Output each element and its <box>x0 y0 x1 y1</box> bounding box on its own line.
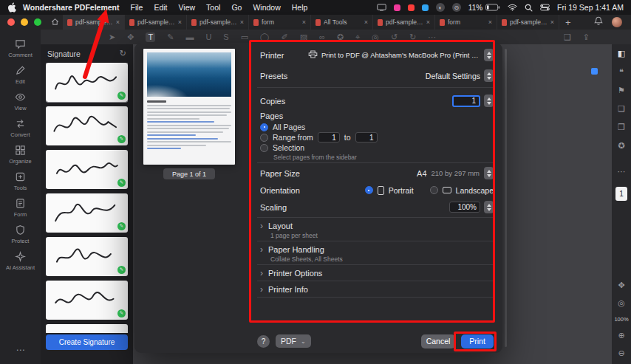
select-tool-icon[interactable]: ➤ <box>109 33 115 41</box>
all-pages-radio[interactable] <box>260 123 268 131</box>
share-icon[interactable]: ⇪ <box>583 32 590 42</box>
status-app-icon-red[interactable] <box>408 4 415 11</box>
sidebar-item-protect[interactable]: Protect <box>0 224 41 244</box>
selection-radio[interactable] <box>260 144 268 152</box>
underline-tool-icon[interactable]: U <box>205 33 211 41</box>
print-icon[interactable]: ❑ <box>564 32 571 42</box>
measure-tool-icon[interactable]: ⌖ <box>355 33 360 41</box>
menubar-item[interactable]: Go <box>231 3 242 12</box>
wifi-icon[interactable] <box>508 4 517 11</box>
home-icon[interactable] <box>51 16 59 29</box>
vertical-scrollbar[interactable] <box>505 49 507 347</box>
close-window-button[interactable] <box>7 18 15 26</box>
signature-item[interactable]: ✎ <box>46 324 128 333</box>
minimize-window-button[interactable] <box>21 18 28 26</box>
tab[interactable]: pdf-sample-... × <box>497 15 559 30</box>
pdf-menu-button[interactable]: PDF ⌄ <box>276 334 311 348</box>
scaling-stepper[interactable] <box>484 201 494 213</box>
more-options-icon[interactable]: ⋯ <box>618 167 626 176</box>
pencil-tool-icon[interactable]: ✐ <box>281 33 287 41</box>
zoom-out-icon[interactable]: ⊖ <box>618 348 624 358</box>
notifications-bell-icon[interactable] <box>594 16 603 29</box>
sidebar-item-organize[interactable]: Organize <box>0 145 41 165</box>
text-tool-icon[interactable]: T <box>146 32 155 42</box>
tab[interactable]: pdf-sample-ma... × <box>125 15 187 30</box>
thumbnail-panel-icon[interactable]: ❏ <box>618 104 625 114</box>
printer-options-section-toggle[interactable]: › Printer Options <box>260 269 322 278</box>
menubar-item[interactable]: File <box>131 3 143 12</box>
help-button[interactable]: ? <box>257 335 270 348</box>
more-tools-icon[interactable]: ⋯ <box>428 33 436 41</box>
paper-handling-section-toggle[interactable]: › Paper Handling <box>260 245 324 254</box>
paper-size-select[interactable]: A4 210 by 297 mm <box>417 167 494 179</box>
tab[interactable]: All Tools × <box>311 15 373 30</box>
copies-stepper[interactable] <box>484 95 494 107</box>
close-tab-icon[interactable]: × <box>550 18 554 26</box>
landscape-radio[interactable] <box>430 186 438 194</box>
status-circle-icon-2[interactable]: ⊙ <box>452 3 461 12</box>
search-tool-icon[interactable]: ◎ <box>372 33 379 41</box>
apple-menu-icon[interactable] <box>7 2 16 13</box>
close-tab-icon[interactable]: × <box>426 18 430 26</box>
scaling-input[interactable] <box>449 202 480 213</box>
close-tab-icon[interactable]: × <box>240 18 244 26</box>
print-button[interactable]: Print <box>461 334 494 348</box>
menubar-item[interactable]: Edit <box>154 3 167 12</box>
zoom-in-icon[interactable]: ⊕ <box>618 331 624 340</box>
create-signature-button[interactable]: Create Signature <box>46 334 128 350</box>
redo-icon[interactable]: ↻ <box>409 33 416 41</box>
sidebar-item-comment[interactable]: Comment <box>0 38 41 58</box>
user-avatar[interactable] <box>612 17 622 27</box>
battery-indicator[interactable]: 11% <box>468 4 500 12</box>
menubar-item[interactable]: Tool <box>206 3 220 12</box>
comment-list-icon[interactable]: ❝ <box>619 67 624 77</box>
strikethrough-tool-icon[interactable]: S <box>223 33 228 41</box>
panel-toggle-icon[interactable]: ◧ <box>618 49 625 58</box>
tab[interactable]: pdf-sample-ma... × <box>373 15 435 30</box>
sidebar-item-view[interactable]: View <box>0 92 41 111</box>
close-tab-icon[interactable]: × <box>116 18 120 26</box>
printer-info-section-toggle[interactable]: › Printer Info <box>260 285 308 294</box>
cancel-button[interactable]: Cancel <box>421 334 455 348</box>
menubar-clock[interactable]: Fri 19 Sep 1:41 AM <box>557 3 624 12</box>
zoom-level[interactable]: 100% <box>614 316 628 323</box>
status-app-icon-blue[interactable] <box>422 4 429 11</box>
tab[interactable]: form × <box>435 15 497 30</box>
range-from-input[interactable] <box>318 132 340 142</box>
menubar-item[interactable]: View <box>179 3 196 12</box>
close-tab-icon[interactable]: × <box>178 18 182 26</box>
range-to-input[interactable] <box>355 132 378 142</box>
spotlight-search-icon[interactable] <box>525 4 533 12</box>
tab[interactable]: pdf-sample-ma... × <box>187 15 249 30</box>
tab[interactable]: pdf-sample-... × <box>63 15 125 30</box>
stamp-panel-icon[interactable]: ✪ <box>618 141 624 151</box>
signature-tool-icon[interactable]: ✎ <box>167 33 174 41</box>
status-circle-icon-1[interactable]: ◐ <box>436 3 445 12</box>
signature-item[interactable]: ✎ <box>46 193 128 233</box>
sidebar-item-edit[interactable]: Edit <box>0 65 41 85</box>
pan-tool-icon[interactable]: ✥ <box>618 281 624 290</box>
zoom-window-button[interactable] <box>34 18 41 26</box>
layout-section-toggle[interactable]: › Layout <box>260 222 293 230</box>
attachment-panel-icon[interactable]: ❒ <box>618 123 625 132</box>
sidebar-more-icon[interactable]: ⋯ <box>16 345 25 355</box>
bookmark-panel-icon[interactable]: ⚑ <box>618 86 625 95</box>
shape-ellipse-tool-icon[interactable]: ◯ <box>260 33 269 41</box>
control-center-icon[interactable] <box>540 4 550 11</box>
sidebar-item-form[interactable]: Form <box>0 198 41 218</box>
tab[interactable]: form × <box>249 15 311 30</box>
hand-tool-icon[interactable]: ✥ <box>127 33 134 41</box>
shape-rect-tool-icon[interactable]: ▭ <box>241 33 248 41</box>
page-number-indicator[interactable]: 1 <box>615 187 627 201</box>
image-tool-icon[interactable]: ▨ <box>300 33 307 41</box>
highlight-tool-icon[interactable]: ▬ <box>185 33 194 41</box>
menubar-item[interactable]: Window <box>253 3 280 12</box>
link-tool-icon[interactable]: ∞ <box>319 33 325 41</box>
sidebar-item-convert[interactable]: Convert <box>0 118 41 138</box>
sidebar-item-tools[interactable]: Tools <box>0 171 41 191</box>
signature-item[interactable]: ✎ <box>46 150 128 189</box>
menubar-item[interactable]: Help <box>292 3 308 12</box>
signature-item[interactable]: ✎ <box>46 281 128 320</box>
refresh-signatures-icon[interactable]: ↻ <box>120 49 126 58</box>
undo-icon[interactable]: ↺ <box>391 33 398 41</box>
